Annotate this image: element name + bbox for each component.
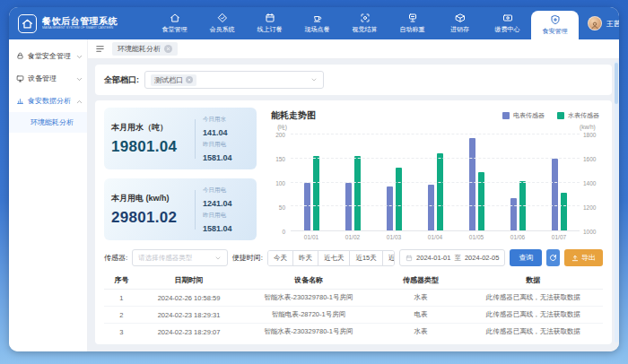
table-cell: 2024-02-23 18:29:31 [139, 307, 239, 324]
bar-电表传感器-01/07[interactable] [552, 159, 558, 230]
bar-group-01/06 [510, 134, 526, 230]
table-row-2[interactable]: 22024-02-23 18:29:31智能电表-28720-1号房间电表此传感… [104, 307, 603, 324]
axis-tick-label: 200 [275, 132, 285, 138]
stat-cards: 本月用水（吨） 19801.04 今日用水 141.04 昨日用电 1581.0… [104, 108, 257, 240]
nav-item-4[interactable]: 现场点餐 [293, 7, 341, 39]
stall-filter-card: 全部档口: 测试档口 [95, 65, 612, 95]
table-cell: 智能水表-230329780-1号房间 [239, 290, 379, 307]
bar-group-01/04 [428, 134, 443, 230]
sidebar-subitem-env-energy[interactable]: 环境能耗分析 [9, 112, 87, 133]
table-row-1[interactable]: 12024-02-26 10:58:59智能水表-230329780-1号房间水… [104, 290, 603, 307]
tab-env-energy[interactable]: 环境能耗分析 [112, 42, 178, 56]
stall-filter-label: 全部档口: [104, 74, 139, 86]
power-stat-title: 本月用电 (kw/h) [111, 193, 188, 204]
member-icon [217, 13, 228, 23]
bar-水表传感器-01/03[interactable] [396, 168, 402, 230]
tab-list-icon[interactable] [95, 44, 105, 54]
axis-tick-label: 100 [275, 180, 285, 186]
bar-电表传感器-01/03[interactable] [387, 186, 393, 230]
nav-item-label: 现场点餐 [305, 25, 330, 34]
export-label: 导出 [581, 253, 596, 263]
nav-item-2[interactable]: 会员系统 [198, 7, 246, 39]
quick-time-button-3[interactable]: 近七天 [318, 251, 351, 265]
food-safety-icon [550, 14, 561, 25]
query-filter-row: 传感器: 请选择传感器类型 便捷时间: 今天昨天近七天近15天近30天本月 20… [104, 249, 603, 266]
export-button[interactable]: 导出 [564, 249, 603, 266]
nav-item-label: 线上订餐 [257, 25, 283, 34]
bar-电表传感器-01/02[interactable] [345, 183, 352, 231]
nav-item-1[interactable]: 食堂管理 [151, 7, 198, 39]
nav-item-9[interactable]: 食安管理 [531, 11, 579, 39]
quick-time-button-5[interactable]: 近30天 [383, 251, 395, 265]
nav-item-label: 视觉结算 [353, 25, 378, 34]
sensor-select-placeholder: 请选择传感器类型 [138, 254, 192, 263]
quick-time-button-1[interactable]: 今天 [268, 251, 293, 265]
bar-水表传感器-01/07[interactable] [561, 193, 567, 230]
bar-电表传感器-01/01[interactable] [304, 183, 310, 231]
date-end[interactable]: 2024-02-05 [465, 254, 499, 262]
device-icon [16, 74, 24, 82]
scrollbar-thumb[interactable] [615, 63, 618, 104]
nav-item-6[interactable]: 自动称重 [388, 7, 436, 39]
tab-label: 环境能耗分析 [118, 44, 161, 54]
scrollbar-track[interactable] [615, 61, 618, 342]
yesterday-power-value: 1581.04 [203, 224, 249, 233]
legend-item-1[interactable]: 电表传感器 [502, 111, 545, 120]
sidebar-item-label: 食安数据分析 [28, 96, 71, 106]
bar-水表传感器-01/04[interactable] [437, 153, 443, 230]
bar-group-01/03 [387, 134, 402, 230]
chevron-down-icon [75, 75, 82, 82]
sensor-type-select[interactable]: 请选择传感器类型 [132, 249, 227, 266]
vision-checkout-icon [360, 13, 371, 23]
table-cell: 智能水表-230329780-1号房间 [239, 324, 379, 338]
date-separator: 至 [454, 254, 461, 263]
bar-电表传感器-01/04[interactable] [428, 185, 434, 230]
nav-item-label: 会员系统 [210, 25, 235, 34]
bar-水表传感器-01/06[interactable] [519, 181, 526, 230]
user-avatar[interactable] [588, 16, 602, 30]
bar-电表传感器-01/05[interactable] [469, 138, 475, 230]
bar-水表传感器-01/02[interactable] [354, 156, 361, 230]
bar-电表传感器-01/06[interactable] [510, 198, 517, 230]
x-axis-label: 01/06 [510, 234, 525, 240]
chart-legend: 电表传感器水表传感器 [502, 111, 599, 120]
quick-time-button-2[interactable]: 昨天 [293, 251, 318, 265]
user-box[interactable]: 王茜茜，采购经理 [579, 7, 619, 39]
nav-item-5[interactable]: 视觉结算 [341, 7, 388, 39]
legend-label: 电表传感器 [513, 111, 545, 120]
top-header: 餐饮后台管理系统 MANAGEMENT SYSTEM OF SMART CANT… [9, 7, 619, 39]
app-logo: 餐饮后台管理系统 MANAGEMENT SYSTEM OF SMART CANT… [9, 7, 151, 39]
nav-item-7[interactable]: 进销存 [436, 7, 484, 39]
tab-close-icon[interactable] [164, 45, 172, 53]
stall-tag-close-icon[interactable] [186, 76, 193, 83]
table-header-row: 序号日期时间设备名称传感器类型数据 [104, 272, 603, 290]
table-cell: 水表 [379, 324, 464, 338]
table-row-3[interactable]: 32024-02-23 18:29:07智能水表-230329780-1号房间水… [104, 324, 603, 338]
table-cell: 智能电表-28720-1号房间 [239, 307, 379, 324]
chevron-down-icon [214, 255, 222, 262]
date-range-picker[interactable]: 2024-01-01 至 2024-02-05 [399, 249, 505, 266]
bar-group-01/07 [552, 134, 567, 230]
sidebar-item-2[interactable]: 设备管理 [9, 67, 87, 90]
water-stat-value: 19801.04 [111, 138, 188, 156]
water-stat-title: 本月用水（吨） [111, 122, 188, 134]
bar-水表传感器-01/05[interactable] [478, 172, 484, 230]
legend-item-2[interactable]: 水表传感器 [557, 111, 599, 120]
bar-水表传感器-01/01[interactable] [313, 156, 319, 230]
nav-item-3[interactable]: 线上订餐 [246, 7, 293, 39]
nav-item-8[interactable]: 缴费中心 [484, 7, 531, 39]
today-power-value: 1241.04 [203, 199, 249, 208]
date-start[interactable]: 2024-01-01 [416, 254, 450, 262]
quick-time-button-4[interactable]: 近15天 [350, 251, 382, 265]
online-order-icon [265, 13, 275, 23]
search-button[interactable]: 查询 [510, 249, 542, 266]
user-name: 王茜茜，采购经理 [606, 19, 619, 29]
sidebar-item-1[interactable]: 食堂安全管理 [9, 45, 87, 67]
yesterday-power-label: 昨日用电 [203, 212, 249, 220]
refresh-button[interactable] [546, 249, 560, 266]
canteen-home-icon [170, 13, 180, 23]
sensor-data-table: 序号日期时间设备名称传感器类型数据 12024-02-26 10:58:59智能… [104, 272, 603, 337]
stall-select[interactable]: 测试档口 [144, 71, 324, 89]
sidebar-item-3[interactable]: 食安数据分析 [9, 90, 87, 112]
nav-item-label: 食堂管理 [162, 25, 188, 34]
